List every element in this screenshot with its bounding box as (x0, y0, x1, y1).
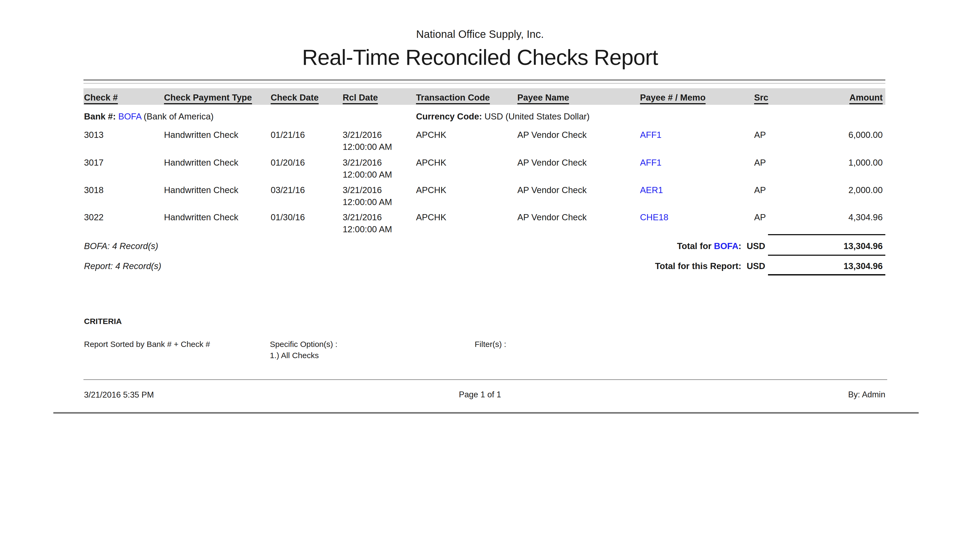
bank-total-bank-link[interactable]: BOFA (714, 241, 738, 251)
cell-payee-name: AP Vendor Check (517, 157, 587, 168)
cell-payment-type: Handwritten Check (164, 185, 238, 195)
col-header-transaction-code[interactable]: Transaction Code (416, 93, 490, 104)
cell-transaction-code: APCHK (416, 212, 446, 222)
bank-total-currency: USD (747, 241, 765, 251)
currency-line: Currency Code: USD (United States Dollar… (416, 111, 590, 122)
cell-check-date: 01/21/16 (270, 130, 305, 140)
company-name: National Office Supply, Inc. (0, 28, 960, 40)
cell-payee-memo-link[interactable]: AFF1 (640, 157, 662, 168)
cell-rcl-time: 12:00:00 AM (342, 197, 392, 208)
cell-payment-type: Handwritten Check (164, 130, 238, 140)
col-header-payment-type[interactable]: Check Payment Type (164, 93, 252, 104)
footer-generated-by: By: Admin (848, 390, 885, 400)
cell-src: AP (754, 157, 766, 168)
cell-amount: 1,000.00 (848, 157, 883, 168)
cell-rcl-date: 3/21/2016 (342, 130, 382, 140)
cell-rcl-date: 3/21/2016 (342, 185, 382, 195)
cell-check-date: 01/20/16 (270, 157, 305, 168)
cell-payment-type: Handwritten Check (164, 157, 238, 168)
bank-label: Bank #: (84, 112, 116, 121)
page-bottom-rule (53, 412, 919, 414)
cell-transaction-code: APCHK (416, 185, 446, 195)
cell-rcl-date: 3/21/2016 (342, 157, 382, 168)
cell-rcl-time: 12:00:00 AM (342, 169, 392, 180)
cell-payee-memo-link[interactable]: CHE18 (640, 212, 668, 222)
report-total-label: Total for this Report: (655, 261, 741, 272)
cell-transaction-code: APCHK (416, 157, 446, 168)
bank-total-amount: 13,304.96 (843, 241, 883, 251)
cell-check-no: 3013 (84, 130, 104, 140)
criteria-specific-options-value: 1.) All Checks (270, 350, 318, 360)
cell-rcl-date: 3/21/2016 (342, 212, 382, 222)
cell-rcl-time: 12:00:00 AM (342, 142, 392, 152)
cell-check-no: 3022 (84, 212, 104, 222)
cell-payee-memo-link[interactable]: AFF1 (640, 130, 662, 140)
cell-check-no: 3017 (84, 157, 104, 168)
cell-amount: 4,304.96 (848, 212, 883, 222)
report-page: National Office Supply, Inc. Real-Time R… (0, 0, 960, 560)
col-header-src[interactable]: Src (754, 93, 768, 104)
currency-value: USD (United States Dollar) (485, 112, 590, 121)
col-header-check-date[interactable]: Check Date (270, 93, 318, 104)
criteria-heading: CRITERIA (84, 316, 122, 326)
report-record-count: Report: 4 Record(s) (84, 261, 162, 272)
cell-payee-name: AP Vendor Check (517, 130, 587, 140)
report-title: Real-Time Reconciled Checks Report (0, 45, 960, 70)
col-header-check-no[interactable]: Check # (84, 93, 118, 104)
bank-record-count: BOFA: 4 Record(s) (84, 241, 158, 251)
bank-total-rule (768, 234, 885, 235)
title-separator-light (83, 83, 885, 84)
currency-label: Currency Code: (416, 112, 482, 121)
cell-transaction-code: APCHK (416, 130, 446, 140)
report-total-rule (768, 254, 885, 256)
bank-name: (Bank of America) (144, 112, 214, 121)
cell-payment-type: Handwritten Check (164, 212, 238, 222)
bank-line: Bank #: BOFA (Bank of America) (84, 111, 214, 122)
criteria-filters-label: Filter(s) : (475, 339, 506, 349)
cell-amount: 2,000.00 (848, 185, 883, 195)
title-separator-dark (83, 80, 885, 80)
cell-src: AP (754, 130, 766, 140)
bank-total-label: Total for BOFA: (677, 241, 741, 251)
cell-payee-memo-link[interactable]: AER1 (640, 185, 663, 195)
col-header-rcl-date[interactable]: Rcl Date (342, 93, 378, 104)
cell-check-date: 03/21/16 (270, 185, 305, 195)
bank-code-link[interactable]: BOFA (118, 112, 141, 121)
footer-separator (83, 379, 887, 380)
cell-check-no: 3018 (84, 185, 104, 195)
cell-src: AP (754, 185, 766, 195)
cell-check-date: 01/30/16 (270, 212, 305, 222)
report-total-currency: USD (747, 261, 765, 272)
report-total-amount: 13,304.96 (843, 261, 883, 272)
col-header-payee-memo[interactable]: Payee # / Memo (640, 93, 706, 104)
criteria-specific-options-label: Specific Option(s) : (270, 339, 338, 349)
cell-src: AP (754, 212, 766, 222)
col-header-payee-name[interactable]: Payee Name (517, 93, 569, 104)
footer-page-number: Page 1 of 1 (0, 390, 960, 400)
report-total-bottom-rule (768, 274, 885, 275)
col-header-amount[interactable]: Amount (850, 93, 883, 104)
criteria-sorted-by: Report Sorted by Bank # + Check # (84, 339, 210, 349)
cell-amount: 6,000.00 (848, 130, 883, 140)
cell-payee-name: AP Vendor Check (517, 185, 587, 195)
cell-rcl-time: 12:00:00 AM (342, 224, 392, 235)
cell-payee-name: AP Vendor Check (517, 212, 587, 222)
